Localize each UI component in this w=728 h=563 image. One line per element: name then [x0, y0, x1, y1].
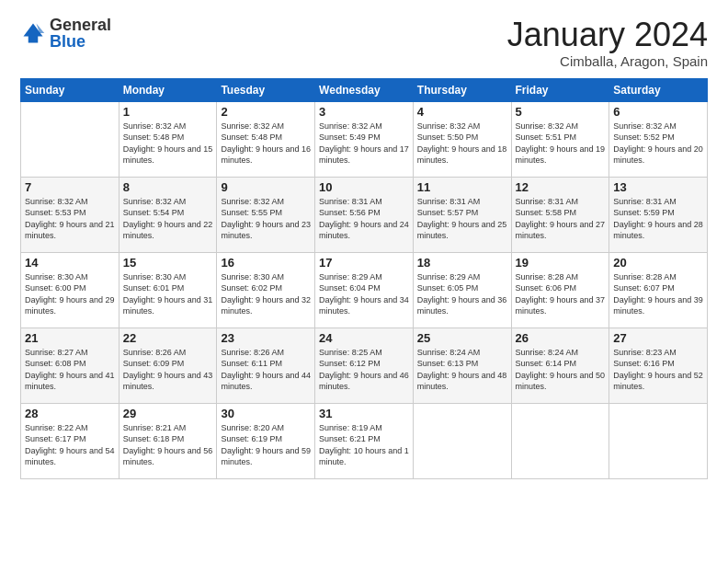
day-number: 28	[25, 407, 115, 420]
day-info: Sunrise: 8:26 AMSunset: 6:11 PMDaylight:…	[221, 347, 311, 393]
day-number: 14	[25, 256, 115, 270]
day-number: 6	[613, 105, 703, 119]
table-row: 22 Sunrise: 8:26 AMSunset: 6:09 PMDaylig…	[119, 327, 217, 403]
col-tuesday: Tuesday	[217, 78, 315, 101]
day-number: 13	[613, 180, 703, 194]
day-info: Sunrise: 8:24 AMSunset: 6:13 PMDaylight:…	[417, 347, 507, 393]
table-row: 21 Sunrise: 8:27 AMSunset: 6:08 PMDaylig…	[21, 327, 119, 403]
day-info: Sunrise: 8:28 AMSunset: 6:07 PMDaylight:…	[613, 271, 703, 317]
header-row: Sunday Monday Tuesday Wednesday Thursday…	[21, 78, 708, 101]
day-info: Sunrise: 8:19 AMSunset: 6:21 PMDaylight:…	[319, 422, 409, 468]
col-thursday: Thursday	[413, 78, 511, 101]
day-number: 21	[25, 331, 115, 345]
day-info: Sunrise: 8:27 AMSunset: 6:08 PMDaylight:…	[25, 347, 115, 393]
title-block: January 2024 Cimballa, Aragon, Spain	[507, 17, 708, 69]
day-number: 8	[123, 180, 213, 194]
day-info: Sunrise: 8:21 AMSunset: 6:18 PMDaylight:…	[123, 422, 213, 468]
day-number: 10	[319, 180, 409, 194]
day-info: Sunrise: 8:30 AMSunset: 6:01 PMDaylight:…	[123, 271, 213, 317]
day-info: Sunrise: 8:23 AMSunset: 6:16 PMDaylight:…	[613, 347, 703, 393]
col-saturday: Saturday	[609, 78, 708, 101]
col-friday: Friday	[511, 78, 609, 101]
day-info: Sunrise: 8:29 AMSunset: 6:05 PMDaylight:…	[417, 271, 507, 317]
day-number: 4	[417, 105, 507, 119]
day-number: 19	[516, 256, 606, 270]
day-info: Sunrise: 8:25 AMSunset: 6:12 PMDaylight:…	[319, 347, 409, 393]
table-row: 3 Sunrise: 8:32 AMSunset: 5:49 PMDayligh…	[315, 101, 414, 177]
table-row: 13 Sunrise: 8:31 AMSunset: 5:59 PMDaylig…	[609, 177, 708, 252]
day-number: 11	[417, 180, 507, 194]
table-row: 11 Sunrise: 8:31 AMSunset: 5:57 PMDaylig…	[413, 177, 511, 252]
table-row: 24 Sunrise: 8:25 AMSunset: 6:12 PMDaylig…	[315, 327, 414, 403]
location-subtitle: Cimballa, Aragon, Spain	[507, 53, 708, 69]
day-info: Sunrise: 8:20 AMSunset: 6:19 PMDaylight:…	[221, 422, 311, 468]
table-row	[413, 403, 511, 478]
table-row	[511, 403, 609, 478]
table-row: 26 Sunrise: 8:24 AMSunset: 6:14 PMDaylig…	[511, 327, 609, 403]
day-info: Sunrise: 8:26 AMSunset: 6:09 PMDaylight:…	[123, 347, 213, 393]
day-number: 27	[613, 331, 703, 345]
logo-general: General	[50, 17, 111, 33]
table-row: 23 Sunrise: 8:26 AMSunset: 6:11 PMDaylig…	[217, 327, 315, 403]
day-number: 5	[516, 105, 606, 119]
day-number: 29	[123, 407, 213, 420]
day-info: Sunrise: 8:32 AMSunset: 5:48 PMDaylight:…	[123, 121, 213, 167]
table-row: 16 Sunrise: 8:30 AMSunset: 6:02 PMDaylig…	[217, 252, 315, 327]
day-info: Sunrise: 8:32 AMSunset: 5:55 PMDaylight:…	[221, 196, 311, 242]
day-number: 24	[319, 331, 409, 345]
day-number: 17	[319, 256, 409, 270]
table-row: 12 Sunrise: 8:31 AMSunset: 5:58 PMDaylig…	[511, 177, 609, 252]
day-number: 26	[516, 331, 606, 345]
day-info: Sunrise: 8:30 AMSunset: 6:00 PMDaylight:…	[25, 271, 115, 317]
day-info: Sunrise: 8:31 AMSunset: 5:56 PMDaylight:…	[319, 196, 409, 242]
table-row: 17 Sunrise: 8:29 AMSunset: 6:04 PMDaylig…	[315, 252, 414, 327]
calendar-week-row: 28 Sunrise: 8:22 AMSunset: 6:17 PMDaylig…	[21, 403, 708, 478]
day-number: 30	[221, 407, 311, 420]
day-number: 15	[123, 256, 213, 270]
page-header: General Blue January 2024 Cimballa, Arag…	[20, 17, 708, 69]
table-row: 29 Sunrise: 8:21 AMSunset: 6:18 PMDaylig…	[119, 403, 217, 478]
calendar-page: General Blue January 2024 Cimballa, Arag…	[0, 0, 728, 563]
day-number: 16	[221, 256, 311, 270]
day-info: Sunrise: 8:32 AMSunset: 5:53 PMDaylight:…	[25, 196, 115, 242]
day-info: Sunrise: 8:24 AMSunset: 6:14 PMDaylight:…	[516, 347, 606, 393]
table-row: 1 Sunrise: 8:32 AMSunset: 5:48 PMDayligh…	[119, 101, 217, 177]
logo-icon	[20, 20, 46, 46]
table-row: 14 Sunrise: 8:30 AMSunset: 6:00 PMDaylig…	[21, 252, 119, 327]
day-info: Sunrise: 8:32 AMSunset: 5:48 PMDaylight:…	[221, 121, 311, 167]
table-row: 4 Sunrise: 8:32 AMSunset: 5:50 PMDayligh…	[413, 101, 511, 177]
calendar-table: Sunday Monday Tuesday Wednesday Thursday…	[20, 78, 708, 479]
day-info: Sunrise: 8:31 AMSunset: 5:59 PMDaylight:…	[613, 196, 703, 242]
day-number: 23	[221, 331, 311, 345]
day-number: 2	[221, 105, 311, 119]
day-number: 18	[417, 256, 507, 270]
calendar-week-row: 21 Sunrise: 8:27 AMSunset: 6:08 PMDaylig…	[21, 327, 708, 403]
day-info: Sunrise: 8:29 AMSunset: 6:04 PMDaylight:…	[319, 271, 409, 317]
table-row: 2 Sunrise: 8:32 AMSunset: 5:48 PMDayligh…	[217, 101, 315, 177]
day-number: 7	[25, 180, 115, 194]
day-info: Sunrise: 8:32 AMSunset: 5:50 PMDaylight:…	[417, 121, 507, 167]
table-row: 18 Sunrise: 8:29 AMSunset: 6:05 PMDaylig…	[413, 252, 511, 327]
table-row: 30 Sunrise: 8:20 AMSunset: 6:19 PMDaylig…	[217, 403, 315, 478]
col-wednesday: Wednesday	[315, 78, 414, 101]
calendar-week-row: 7 Sunrise: 8:32 AMSunset: 5:53 PMDayligh…	[21, 177, 708, 252]
col-monday: Monday	[119, 78, 217, 101]
day-info: Sunrise: 8:32 AMSunset: 5:54 PMDaylight:…	[123, 196, 213, 242]
table-row: 27 Sunrise: 8:23 AMSunset: 6:16 PMDaylig…	[609, 327, 708, 403]
table-row: 25 Sunrise: 8:24 AMSunset: 6:13 PMDaylig…	[413, 327, 511, 403]
day-number: 3	[319, 105, 409, 119]
table-row: 31 Sunrise: 8:19 AMSunset: 6:21 PMDaylig…	[315, 403, 414, 478]
table-row: 10 Sunrise: 8:31 AMSunset: 5:56 PMDaylig…	[315, 177, 414, 252]
day-info: Sunrise: 8:32 AMSunset: 5:52 PMDaylight:…	[613, 121, 703, 167]
day-number: 31	[319, 407, 409, 420]
day-number: 12	[516, 180, 606, 194]
logo-text: General Blue	[50, 17, 111, 50]
table-row: 19 Sunrise: 8:28 AMSunset: 6:06 PMDaylig…	[511, 252, 609, 327]
table-row: 7 Sunrise: 8:32 AMSunset: 5:53 PMDayligh…	[21, 177, 119, 252]
logo: General Blue	[20, 17, 111, 50]
table-row	[609, 403, 708, 478]
day-info: Sunrise: 8:31 AMSunset: 5:57 PMDaylight:…	[417, 196, 507, 242]
table-row: 15 Sunrise: 8:30 AMSunset: 6:01 PMDaylig…	[119, 252, 217, 327]
logo-blue: Blue	[50, 33, 111, 50]
table-row: 6 Sunrise: 8:32 AMSunset: 5:52 PMDayligh…	[609, 101, 708, 177]
